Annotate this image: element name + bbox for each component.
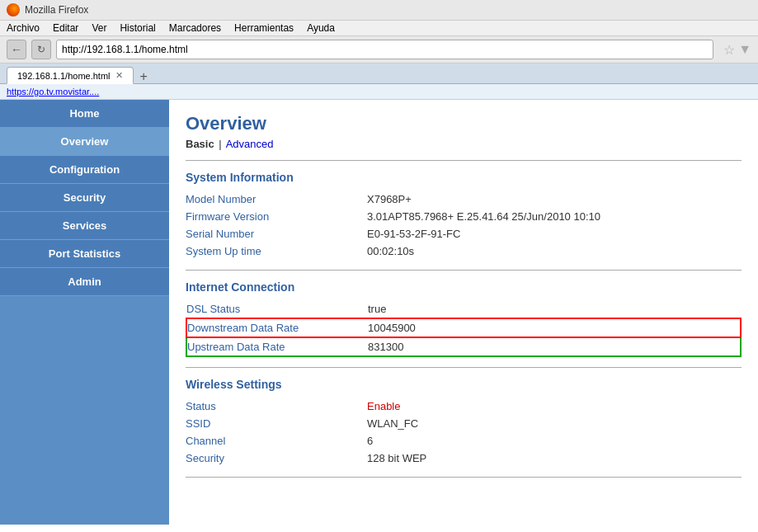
sidebar-item-security[interactable]: Security (0, 184, 169, 212)
label-model-number: Model Number (186, 191, 367, 208)
wireless-settings-table: Status Enable SSID WLAN_FC Channel 6 Sec… (186, 398, 742, 467)
sidebar-item-home[interactable]: Home (0, 100, 169, 128)
table-row: Model Number X7968P+ (186, 191, 742, 208)
menu-herramientas[interactable]: Herramientas (234, 22, 294, 34)
browser-menubar: Archivo Editar Ver Historial Marcadores … (0, 21, 758, 36)
table-row: DSL Status true (186, 300, 741, 318)
tab-main[interactable]: 192.168.1.1/home.html ✕ (7, 67, 134, 84)
label-upstream: Upstream Data Rate (186, 337, 368, 356)
table-row: Firmware Version 3.01APT85.7968+ E.25.41… (186, 208, 742, 225)
value-channel: 6 (367, 432, 742, 450)
sidebar-item-port-statistics[interactable]: Port Statistics (0, 240, 169, 268)
label-uptime: System Up time (186, 242, 367, 260)
divider-1 (186, 160, 742, 161)
divider-3 (186, 367, 742, 368)
star-area: ☆ ▼ (723, 42, 751, 58)
sidebar-item-configuration[interactable]: Configuration (0, 156, 169, 184)
value-firmware: 3.01APT85.7968+ E.25.41.64 25/Jun/2010 1… (367, 208, 742, 225)
tab-bar: 192.168.1.1/home.html ✕ + (0, 64, 758, 84)
table-row: Channel 6 (186, 432, 742, 450)
sidebar-item-services[interactable]: Services (0, 212, 169, 240)
tab-close-icon[interactable]: ✕ (115, 70, 123, 81)
value-upstream: 831300 (368, 337, 741, 356)
bookmark-bar[interactable]: https://go.tv.movistar.... (0, 84, 758, 100)
value-wireless-security: 128 bit WEP (367, 450, 742, 467)
subtitle-links: Basic | Advanced (186, 138, 742, 150)
menu-ver[interactable]: Ver (92, 22, 106, 34)
address-bar[interactable]: http://192.168.1.1/home.html (56, 40, 713, 59)
sidebar-item-admin[interactable]: Admin (0, 268, 169, 296)
system-info-table: Model Number X7968P+ Firmware Version 3.… (186, 191, 742, 260)
table-row: Serial Number E0-91-53-2F-91-FC (186, 225, 742, 242)
value-uptime: 00:02:10s (367, 242, 742, 260)
main-layout: Home Overview Configuration Security Ser… (0, 100, 758, 525)
browser-titlebar: Mozilla Firefox (0, 0, 758, 21)
label-channel: Channel (186, 432, 367, 450)
menu-archivo[interactable]: Archivo (7, 22, 40, 34)
address-text: http://192.168.1.1/home.html (62, 44, 188, 55)
firefox-icon (7, 3, 20, 16)
table-row: System Up time 00:02:10s (186, 242, 742, 260)
label-dsl-status: DSL Status (186, 300, 368, 318)
divider-2 (186, 270, 742, 271)
table-row-upstream: Upstream Data Rate 831300 (186, 337, 741, 356)
bookmark-link[interactable]: https://go.tv.movistar.... (7, 87, 99, 97)
back-button[interactable]: ← (7, 40, 26, 59)
table-row: SSID WLAN_FC (186, 415, 742, 432)
menu-editar[interactable]: Editar (53, 22, 78, 34)
new-tab-button[interactable]: + (135, 70, 153, 83)
menu-ayuda[interactable]: Ayuda (307, 22, 335, 34)
sidebar-item-overview[interactable]: Overview (0, 128, 169, 156)
tab-label: 192.168.1.1/home.html (17, 71, 111, 81)
reload-button[interactable]: ↻ (31, 40, 51, 59)
value-model-number: X7968P+ (367, 191, 742, 208)
system-info-title: System Information (186, 171, 742, 184)
subtitle-advanced-link[interactable]: Advanced (226, 138, 274, 150)
value-dsl-status: true (368, 300, 741, 318)
table-row: Security 128 bit WEP (186, 450, 742, 467)
value-ssid: WLAN_FC (367, 415, 742, 432)
label-wireless-security: Security (186, 450, 367, 467)
page-title: Overview (186, 113, 742, 134)
content-area: Overview Basic | Advanced System Informa… (169, 100, 758, 525)
star-icon[interactable]: ☆ (723, 42, 735, 58)
divider-4 (186, 477, 742, 478)
label-ssid: SSID (186, 415, 367, 432)
table-row: Status Enable (186, 398, 742, 415)
label-firmware: Firmware Version (186, 208, 367, 225)
wireless-settings-title: Wireless Settings (186, 378, 742, 391)
label-downstream: Downstream Data Rate (186, 318, 368, 337)
label-wireless-status: Status (186, 398, 367, 415)
subtitle-separator: | (219, 138, 221, 150)
internet-connection-table: DSL Status true Downstream Data Rate 100… (186, 300, 742, 357)
internet-connection-title: Internet Connection (186, 280, 742, 294)
value-downstream: 10045900 (368, 318, 741, 337)
bookmark-icon[interactable]: ▼ (738, 42, 751, 58)
table-row-downstream: Downstream Data Rate 10045900 (186, 318, 741, 337)
browser-title: Mozilla Firefox (25, 4, 88, 16)
browser-toolbar: ← ↻ http://192.168.1.1/home.html ☆ ▼ (0, 36, 758, 64)
value-serial: E0-91-53-2F-91-FC (367, 225, 742, 242)
subtitle-basic: Basic (186, 138, 214, 150)
value-wireless-status: Enable (367, 398, 742, 415)
sidebar: Home Overview Configuration Security Ser… (0, 100, 169, 525)
menu-historial[interactable]: Historial (120, 22, 155, 34)
menu-marcadores[interactable]: Marcadores (169, 22, 221, 34)
label-serial: Serial Number (186, 225, 367, 242)
